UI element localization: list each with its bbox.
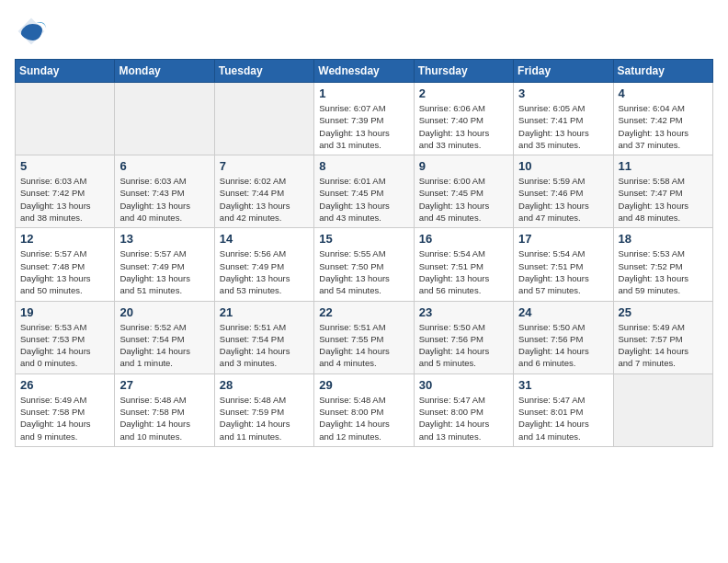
calendar-cell: 2Sunrise: 6:06 AM Sunset: 7:40 PM Daylig… bbox=[414, 83, 513, 155]
day-info: Sunrise: 5:47 AM Sunset: 8:00 PM Dayligh… bbox=[419, 394, 508, 442]
calendar-cell: 27Sunrise: 5:48 AM Sunset: 7:58 PM Dayli… bbox=[115, 373, 214, 446]
day-number: 11 bbox=[619, 159, 708, 173]
day-info: Sunrise: 6:05 AM Sunset: 7:41 PM Dayligh… bbox=[518, 102, 608, 151]
day-number: 18 bbox=[619, 232, 708, 246]
day-info: Sunrise: 5:49 AM Sunset: 7:57 PM Dayligh… bbox=[619, 321, 708, 370]
day-info: Sunrise: 5:51 AM Sunset: 7:55 PM Dayligh… bbox=[319, 321, 408, 370]
day-info: Sunrise: 6:01 AM Sunset: 7:45 PM Dayligh… bbox=[319, 175, 408, 224]
day-number: 4 bbox=[619, 86, 708, 100]
day-info: Sunrise: 5:48 AM Sunset: 7:58 PM Dayligh… bbox=[119, 394, 209, 442]
calendar-cell: 22Sunrise: 5:51 AM Sunset: 7:55 PM Dayli… bbox=[314, 301, 414, 373]
day-info: Sunrise: 5:48 AM Sunset: 7:59 PM Dayligh… bbox=[220, 394, 309, 442]
day-number: 1 bbox=[319, 86, 408, 100]
calendar-week-row: 26Sunrise: 5:49 AM Sunset: 7:58 PM Dayli… bbox=[16, 373, 713, 446]
calendar-cell: 12Sunrise: 5:57 AM Sunset: 7:48 PM Dayli… bbox=[16, 228, 115, 301]
calendar-table: SundayMondayTuesdayWednesdayThursdayFrid… bbox=[15, 59, 713, 447]
day-number: 2 bbox=[419, 86, 508, 100]
day-number: 9 bbox=[419, 159, 508, 173]
day-number: 15 bbox=[319, 232, 408, 246]
calendar-cell: 20Sunrise: 5:52 AM Sunset: 7:54 PM Dayli… bbox=[115, 301, 214, 373]
day-number: 19 bbox=[20, 305, 109, 319]
day-info: Sunrise: 5:47 AM Sunset: 8:01 PM Dayligh… bbox=[518, 394, 608, 442]
day-info: Sunrise: 6:03 AM Sunset: 7:43 PM Dayligh… bbox=[119, 175, 209, 224]
calendar-cell: 9Sunrise: 6:00 AM Sunset: 7:45 PM Daylig… bbox=[414, 155, 513, 228]
day-number: 7 bbox=[220, 159, 309, 173]
day-info: Sunrise: 5:52 AM Sunset: 7:54 PM Dayligh… bbox=[119, 321, 209, 370]
day-info: Sunrise: 5:48 AM Sunset: 8:00 PM Dayligh… bbox=[319, 394, 408, 442]
day-info: Sunrise: 5:54 AM Sunset: 7:51 PM Dayligh… bbox=[518, 247, 608, 296]
day-info: Sunrise: 6:06 AM Sunset: 7:40 PM Dayligh… bbox=[419, 102, 508, 151]
calendar-cell: 11Sunrise: 5:58 AM Sunset: 7:47 PM Dayli… bbox=[613, 155, 712, 228]
day-of-week-header: Thursday bbox=[414, 60, 513, 83]
day-of-week-header: Monday bbox=[115, 60, 214, 83]
calendar-header-row: SundayMondayTuesdayWednesdayThursdayFrid… bbox=[16, 60, 713, 83]
calendar-cell: 3Sunrise: 6:05 AM Sunset: 7:41 PM Daylig… bbox=[514, 83, 613, 155]
day-info: Sunrise: 6:07 AM Sunset: 7:39 PM Dayligh… bbox=[319, 102, 408, 151]
day-number: 5 bbox=[20, 159, 109, 173]
day-info: Sunrise: 5:49 AM Sunset: 7:58 PM Dayligh… bbox=[20, 394, 109, 442]
day-number: 22 bbox=[319, 305, 408, 319]
calendar-cell bbox=[214, 83, 313, 155]
calendar-cell bbox=[16, 83, 115, 155]
calendar-cell: 15Sunrise: 5:55 AM Sunset: 7:50 PM Dayli… bbox=[314, 228, 414, 301]
day-info: Sunrise: 5:53 AM Sunset: 7:52 PM Dayligh… bbox=[619, 247, 708, 296]
day-info: Sunrise: 5:58 AM Sunset: 7:47 PM Dayligh… bbox=[619, 175, 708, 224]
calendar-cell: 28Sunrise: 5:48 AM Sunset: 7:59 PM Dayli… bbox=[214, 373, 313, 446]
day-number: 3 bbox=[518, 86, 608, 100]
day-number: 26 bbox=[20, 378, 109, 392]
day-number: 23 bbox=[419, 305, 508, 319]
calendar-cell: 29Sunrise: 5:48 AM Sunset: 8:00 PM Dayli… bbox=[314, 373, 414, 446]
calendar-cell: 18Sunrise: 5:53 AM Sunset: 7:52 PM Dayli… bbox=[613, 228, 712, 301]
day-number: 12 bbox=[20, 232, 109, 246]
calendar-cell: 24Sunrise: 5:50 AM Sunset: 7:56 PM Dayli… bbox=[514, 301, 613, 373]
page-header bbox=[15, 15, 713, 48]
day-info: Sunrise: 6:04 AM Sunset: 7:42 PM Dayligh… bbox=[619, 102, 708, 151]
day-number: 25 bbox=[619, 305, 708, 319]
calendar-cell bbox=[613, 373, 712, 446]
calendar-cell: 23Sunrise: 5:50 AM Sunset: 7:56 PM Dayli… bbox=[414, 301, 513, 373]
calendar-cell: 14Sunrise: 5:56 AM Sunset: 7:49 PM Dayli… bbox=[214, 228, 313, 301]
calendar-week-row: 12Sunrise: 5:57 AM Sunset: 7:48 PM Dayli… bbox=[16, 228, 713, 301]
calendar-cell: 26Sunrise: 5:49 AM Sunset: 7:58 PM Dayli… bbox=[16, 373, 115, 446]
calendar-cell: 4Sunrise: 6:04 AM Sunset: 7:42 PM Daylig… bbox=[613, 83, 712, 155]
calendar-cell: 7Sunrise: 6:02 AM Sunset: 7:44 PM Daylig… bbox=[214, 155, 313, 228]
calendar-cell: 16Sunrise: 5:54 AM Sunset: 7:51 PM Dayli… bbox=[414, 228, 513, 301]
day-info: Sunrise: 6:02 AM Sunset: 7:44 PM Dayligh… bbox=[220, 175, 309, 224]
calendar-cell: 25Sunrise: 5:49 AM Sunset: 7:57 PM Dayli… bbox=[613, 301, 712, 373]
day-of-week-header: Sunday bbox=[16, 60, 115, 83]
logo bbox=[15, 15, 51, 48]
calendar-week-row: 5Sunrise: 6:03 AM Sunset: 7:42 PM Daylig… bbox=[16, 155, 713, 228]
calendar-week-row: 1Sunrise: 6:07 AM Sunset: 7:39 PM Daylig… bbox=[16, 83, 713, 155]
day-number: 24 bbox=[518, 305, 608, 319]
day-number: 13 bbox=[119, 232, 209, 246]
day-info: Sunrise: 5:51 AM Sunset: 7:54 PM Dayligh… bbox=[220, 321, 309, 370]
day-of-week-header: Saturday bbox=[613, 60, 712, 83]
calendar-cell bbox=[115, 83, 214, 155]
day-number: 14 bbox=[220, 232, 309, 246]
day-number: 20 bbox=[119, 305, 209, 319]
day-of-week-header: Tuesday bbox=[214, 60, 313, 83]
day-number: 21 bbox=[220, 305, 309, 319]
day-info: Sunrise: 5:54 AM Sunset: 7:51 PM Dayligh… bbox=[419, 247, 508, 296]
calendar-cell: 21Sunrise: 5:51 AM Sunset: 7:54 PM Dayli… bbox=[214, 301, 313, 373]
day-number: 29 bbox=[319, 378, 408, 392]
day-info: Sunrise: 5:53 AM Sunset: 7:53 PM Dayligh… bbox=[20, 321, 109, 370]
calendar-cell: 1Sunrise: 6:07 AM Sunset: 7:39 PM Daylig… bbox=[314, 83, 414, 155]
calendar-cell: 31Sunrise: 5:47 AM Sunset: 8:01 PM Dayli… bbox=[514, 373, 613, 446]
day-number: 6 bbox=[119, 159, 209, 173]
day-number: 31 bbox=[518, 378, 608, 392]
day-info: Sunrise: 5:55 AM Sunset: 7:50 PM Dayligh… bbox=[319, 247, 408, 296]
day-of-week-header: Wednesday bbox=[314, 60, 414, 83]
calendar-week-row: 19Sunrise: 5:53 AM Sunset: 7:53 PM Dayli… bbox=[16, 301, 713, 373]
day-info: Sunrise: 5:59 AM Sunset: 7:46 PM Dayligh… bbox=[518, 175, 608, 224]
day-info: Sunrise: 5:57 AM Sunset: 7:49 PM Dayligh… bbox=[119, 247, 209, 296]
calendar-cell: 8Sunrise: 6:01 AM Sunset: 7:45 PM Daylig… bbox=[314, 155, 414, 228]
day-info: Sunrise: 5:56 AM Sunset: 7:49 PM Dayligh… bbox=[220, 247, 309, 296]
day-number: 10 bbox=[518, 159, 608, 173]
calendar-cell: 19Sunrise: 5:53 AM Sunset: 7:53 PM Dayli… bbox=[16, 301, 115, 373]
day-info: Sunrise: 6:03 AM Sunset: 7:42 PM Dayligh… bbox=[20, 175, 109, 224]
day-number: 27 bbox=[119, 378, 209, 392]
logo-icon bbox=[15, 15, 48, 48]
day-info: Sunrise: 5:50 AM Sunset: 7:56 PM Dayligh… bbox=[518, 321, 608, 370]
day-info: Sunrise: 6:00 AM Sunset: 7:45 PM Dayligh… bbox=[419, 175, 508, 224]
